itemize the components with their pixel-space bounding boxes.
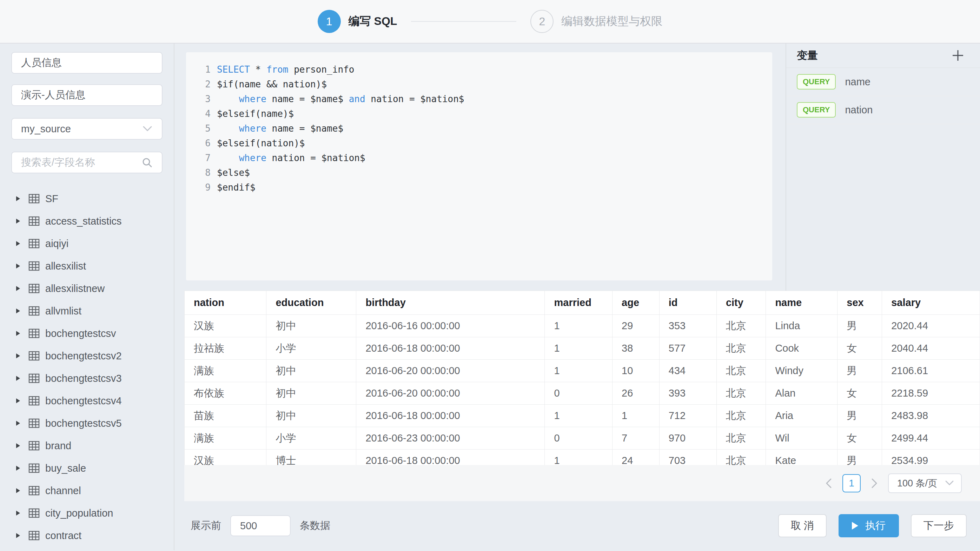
tree-item[interactable]: SF — [11, 187, 162, 210]
table-cell: 小学 — [266, 337, 356, 360]
tree-item[interactable]: bochengtestcsv — [11, 322, 162, 345]
table-icon — [29, 306, 40, 316]
tree-item[interactable]: bochengtestcsv2 — [11, 345, 162, 367]
table-cell: 2016-06-18 00:00:00 — [356, 449, 545, 465]
table-row: 布依族初中2016-06-20 00:00:00026393北京Alan女221… — [185, 382, 980, 405]
step2-label: 编辑数据模型与权限 — [561, 14, 662, 29]
step-edit-model[interactable]: 2 编辑数据模型与权限 — [530, 10, 662, 33]
code-line: 4 $elseif(name)$ — [195, 106, 772, 121]
datasource-select[interactable]: my_source — [11, 118, 162, 140]
table-cell: 2218.59 — [882, 382, 980, 405]
cancel-button[interactable]: 取 消 — [778, 514, 827, 537]
search-input[interactable]: 搜索表/字段名称 — [11, 152, 162, 173]
dataset-name-value: 人员信息 — [21, 56, 62, 70]
tree-item[interactable]: allvmlist — [11, 300, 162, 322]
dataset-name-input[interactable]: 人员信息 — [11, 52, 162, 74]
table-cell: 26 — [612, 382, 660, 405]
table-cell: 2016-06-23 00:00:00 — [356, 427, 545, 449]
line-number: 9 — [195, 182, 211, 193]
chevron-down-icon — [142, 125, 153, 132]
prev-page-button[interactable] — [824, 477, 833, 489]
table-cell: 北京 — [716, 427, 765, 449]
tree-item[interactable]: aiqiyi — [11, 232, 162, 255]
tree-item[interactable]: bochengtestcsv4 — [11, 389, 162, 412]
table-cell: 1 — [545, 315, 612, 337]
caret-right-icon[interactable] — [16, 488, 20, 493]
caret-right-icon[interactable] — [16, 286, 20, 291]
tree-item[interactable]: brand — [11, 435, 162, 457]
table-icon — [29, 194, 40, 203]
table-cell: Kate — [766, 449, 837, 465]
table-cell: 0 — [545, 427, 612, 449]
tree-item[interactable]: allesxilistnew — [11, 277, 162, 300]
caret-right-icon[interactable] — [16, 196, 20, 201]
table-cell: 满族 — [185, 427, 266, 449]
code-text: where nation = $nation$ — [217, 152, 365, 163]
tree-item-label: bochengtestcsv4 — [45, 395, 122, 407]
caret-right-icon[interactable] — [16, 511, 20, 516]
variable-row[interactable]: QUERY name — [786, 68, 980, 96]
table-cell: 北京 — [716, 405, 765, 427]
tree-item[interactable]: allesxilist — [11, 255, 162, 277]
table-cell: 小学 — [266, 427, 356, 449]
column-header: city — [716, 291, 765, 315]
code-text: SELECT * from person_info — [217, 64, 354, 75]
tree-item[interactable]: contract — [11, 524, 162, 547]
tree-item[interactable]: channel — [11, 480, 162, 502]
step-write-sql[interactable]: 1 编写 SQL — [318, 10, 397, 33]
caret-right-icon[interactable] — [16, 376, 20, 381]
caret-right-icon[interactable] — [16, 219, 20, 224]
result-grid-wrap: nationeducationbirthdaymarriedageidcityn… — [184, 291, 980, 465]
result-table-header-row: nationeducationbirthdaymarriedageidcityn… — [185, 291, 980, 315]
tree-item[interactable]: bochengtestcsv5 — [11, 412, 162, 435]
column-header: married — [545, 291, 612, 315]
line-number: 6 — [195, 138, 211, 148]
variable-row[interactable]: QUERY nation — [786, 96, 980, 124]
tree-item[interactable]: access_statistics — [11, 210, 162, 232]
tree-item[interactable]: city_population — [11, 502, 162, 524]
caret-right-icon[interactable] — [16, 421, 20, 426]
table-icon — [29, 418, 40, 428]
page-size-select[interactable]: 100 条/页 — [888, 473, 962, 493]
caret-right-icon[interactable] — [16, 308, 20, 313]
current-page-button[interactable]: 1 — [842, 474, 861, 492]
caret-right-icon[interactable] — [16, 443, 20, 448]
next-step-button[interactable]: 下一步 — [911, 514, 967, 537]
table-cell: 970 — [659, 427, 716, 449]
sql-editor[interactable]: 1 SELECT * from person_info 2 $if(name &… — [186, 52, 772, 280]
tree-item[interactable]: buy_sale — [11, 457, 162, 480]
table-cell: Wil — [766, 427, 837, 449]
variable-name: nation — [845, 104, 873, 116]
execute-button[interactable]: 执行 — [838, 514, 899, 537]
tree-item-label: contract — [45, 530, 81, 541]
tree-item[interactable]: bochengtestcsv3 — [11, 367, 162, 389]
caret-right-icon[interactable] — [16, 353, 20, 358]
caret-right-icon[interactable] — [16, 533, 20, 538]
chevron-down-icon — [945, 480, 954, 486]
caret-right-icon[interactable] — [16, 241, 20, 246]
sidebar: 人员信息 演示-人员信息 my_source 搜索表/字段名称 — [0, 43, 175, 550]
action-buttons: 取 消 执行 下一步 — [778, 514, 967, 537]
caret-right-icon[interactable] — [16, 264, 20, 268]
table-cell: 2016-06-18 00:00:00 — [356, 405, 545, 427]
line-number: 5 — [195, 123, 211, 134]
table-icon — [29, 373, 40, 383]
caret-right-icon[interactable] — [16, 399, 20, 403]
code-line: 2 $if(name && nation)$ — [195, 77, 772, 92]
table-cell: 男 — [837, 360, 882, 382]
table-cell: 满族 — [185, 360, 266, 382]
table-cell: 男 — [837, 315, 882, 337]
caret-right-icon[interactable] — [16, 331, 20, 336]
dataset-display-name-input[interactable]: 演示-人员信息 — [11, 84, 162, 106]
limit-input[interactable]: 500 — [230, 515, 291, 536]
add-variable-button[interactable] — [951, 49, 964, 62]
table-cell: Aria — [766, 405, 837, 427]
variables-header: 变量 — [786, 43, 980, 68]
table-icon — [29, 441, 40, 451]
table-tree: SF access_statistics aiqiyi — [11, 187, 162, 547]
column-header: age — [612, 291, 660, 315]
chevron-right-icon — [870, 477, 879, 489]
caret-right-icon[interactable] — [16, 466, 20, 471]
next-page-button[interactable] — [870, 477, 879, 489]
table-cell: 初中 — [266, 315, 356, 337]
